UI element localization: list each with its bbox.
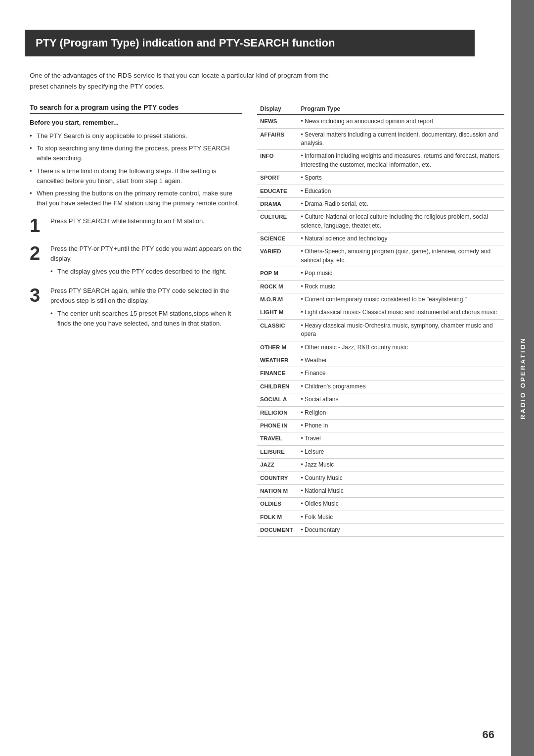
type-cell: • Religion: [298, 406, 504, 419]
side-operation-label: RADIO OPERATION: [519, 337, 527, 420]
step-3: 3Press PTY SEARCH again, while the PTY c…: [30, 286, 242, 329]
display-cell: CULTURE: [257, 211, 298, 233]
table-row: ROCK M• Rock music: [257, 280, 504, 293]
type-cell: • Light classical music- Classical music…: [298, 306, 504, 319]
bullet-item: When pressing the buttons on the primary…: [30, 189, 242, 208]
type-cell: • Sports: [298, 172, 504, 185]
type-cell: • Folk Music: [298, 511, 504, 523]
col-header-display: Display: [257, 103, 298, 115]
display-cell: LEISURE: [257, 445, 298, 458]
display-cell: LIGHT M: [257, 306, 298, 319]
display-cell: OLDIES: [257, 498, 298, 511]
bullet-item: There is a time limit in doing the follo…: [30, 166, 242, 186]
step-1: 1Press PTY SEARCH while listenning to an…: [30, 216, 242, 235]
table-row: WEATHER• Weather: [257, 354, 504, 367]
type-cell: • News including an announced opinion an…: [298, 115, 504, 128]
table-row: CHILDREN• Children's programmes: [257, 380, 504, 393]
display-cell: NEWS: [257, 115, 298, 128]
type-cell: • Pop music: [298, 267, 504, 280]
type-cell: • Several matters including a current in…: [298, 128, 504, 150]
display-cell: CHILDREN: [257, 380, 298, 393]
table-row: SPORT• Sports: [257, 172, 504, 185]
type-cell: • Natural science and technology: [298, 233, 504, 245]
display-cell: NATION M: [257, 484, 298, 497]
display-cell: DOCUMENT: [257, 524, 298, 537]
type-cell: • Jazz Music: [298, 459, 504, 472]
side-operation-tab: RADIO OPERATION: [511, 0, 534, 756]
main-content: To search for a program using the PTY co…: [30, 103, 504, 537]
table-row: EDUCATE• Education: [257, 185, 504, 197]
type-cell: • Heavy classical music-Orchestra music,…: [298, 319, 504, 341]
type-cell: • Others-Speech, amusing program (quiz, …: [298, 245, 504, 267]
display-cell: RELIGION: [257, 406, 298, 419]
type-cell: • Culture-National or local culture incl…: [298, 211, 504, 233]
step-text-3: Press PTY SEARCH again, while the PTY co…: [50, 286, 242, 306]
type-cell: • Documentary: [298, 524, 504, 537]
sub-heading: Before you start, remember...: [30, 119, 242, 126]
display-cell: FINANCE: [257, 367, 298, 380]
table-row: NEWS• News including an announced opinio…: [257, 115, 504, 128]
type-cell: • Children's programmes: [298, 380, 504, 393]
type-cell: • Oldies Music: [298, 498, 504, 511]
step-text-2: Press the PTY-or PTY+until the PTY code …: [50, 244, 242, 264]
type-cell: • Country Music: [298, 472, 504, 484]
table-row: FINANCE• Finance: [257, 367, 504, 380]
page-title: PTY (Program Type) indication and PTY-SE…: [25, 30, 475, 56]
steps-container: 1Press PTY SEARCH while listenning to an…: [30, 216, 242, 329]
display-cell: POP M: [257, 267, 298, 280]
left-column: To search for a program using the PTY co…: [30, 103, 242, 537]
table-row: INFO• Information including weights and …: [257, 150, 504, 172]
display-cell: EDUCATE: [257, 185, 298, 197]
display-cell: VARIED: [257, 245, 298, 267]
display-cell: INFO: [257, 150, 298, 172]
pty-table: Display Program Type NEWS• News includin…: [257, 103, 504, 537]
step-number-1: 1: [30, 216, 44, 235]
display-cell: AFFAIRS: [257, 128, 298, 150]
type-cell: • Weather: [298, 354, 504, 367]
display-cell: SOCIAL A: [257, 393, 298, 406]
type-cell: • Education: [298, 185, 504, 197]
step-text-1: Press PTY SEARCH while listenning to an …: [50, 216, 242, 226]
type-cell: • National Music: [298, 484, 504, 497]
step-content-2: Press the PTY-or PTY+until the PTY code …: [50, 244, 242, 277]
type-cell: • Drama-Radio serial, etc.: [298, 197, 504, 210]
display-cell: JAZZ: [257, 459, 298, 472]
table-row: M.O.R.M• Current contemporary music cons…: [257, 293, 504, 306]
table-row: RELIGION• Religion: [257, 406, 504, 419]
table-row: DRAMA• Drama-Radio serial, etc.: [257, 197, 504, 210]
table-row: TRAVEL• Travel: [257, 432, 504, 445]
step-content-1: Press PTY SEARCH while listenning to an …: [50, 216, 242, 229]
table-row: JAZZ• Jazz Music: [257, 459, 504, 472]
table-row: NATION M• National Music: [257, 484, 504, 497]
step-number-2: 2: [30, 244, 44, 263]
display-cell: WEATHER: [257, 354, 298, 367]
display-cell: PHONE IN: [257, 419, 298, 432]
right-column: Display Program Type NEWS• News includin…: [257, 103, 504, 537]
pty-tbody: NEWS• News including an announced opinio…: [257, 115, 504, 537]
table-row: POP M• Pop music: [257, 267, 504, 280]
bullet-item: To stop searching any time during the pr…: [30, 143, 242, 163]
table-row: OLDIES• Oldies Music: [257, 498, 504, 511]
type-cell: • Rock music: [298, 280, 504, 293]
type-cell: • Social affairs: [298, 393, 504, 406]
table-row: AFFAIRS• Several matters including a cur…: [257, 128, 504, 150]
type-cell: • Phone in: [298, 419, 504, 432]
display-cell: COUNTRY: [257, 472, 298, 484]
col-header-type: Program Type: [298, 103, 504, 115]
display-cell: DRAMA: [257, 197, 298, 210]
table-row: PHONE IN• Phone in: [257, 419, 504, 432]
step-bullet-2: The display gives you the PTY codes desc…: [50, 267, 242, 277]
table-row: DOCUMENT• Documentary: [257, 524, 504, 537]
table-row: SOCIAL A• Social affairs: [257, 393, 504, 406]
display-cell: M.O.R.M: [257, 293, 298, 306]
step-number-3: 3: [30, 286, 44, 305]
step-content-3: Press PTY SEARCH again, while the PTY co…: [50, 286, 242, 329]
before-you-start-list: The PTY Search is only applicable to pre…: [30, 131, 242, 208]
display-cell: TRAVEL: [257, 432, 298, 445]
type-cell: • Other music - Jazz, R&B country music: [298, 341, 504, 354]
display-cell: CLASSIC: [257, 319, 298, 341]
table-row: LIGHT M• Light classical music- Classica…: [257, 306, 504, 319]
page-container: RADIO OPERATION PTY (Program Type) indic…: [0, 0, 534, 756]
display-cell: OTHER M: [257, 341, 298, 354]
table-row: CULTURE• Culture-National or local cultu…: [257, 211, 504, 233]
